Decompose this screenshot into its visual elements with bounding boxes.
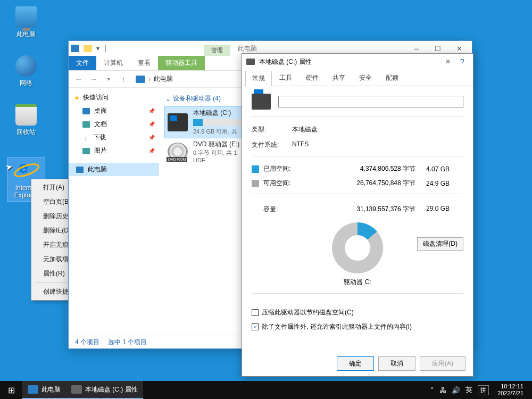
ime-lang[interactable]: 英	[466, 385, 472, 395]
cap-bytes: 31,139,557,376 字节	[302, 205, 426, 214]
tab-security[interactable]: 安全	[353, 71, 378, 86]
drive-letter: 驱动器 C:	[252, 278, 463, 287]
cap-human: 29.0 GB	[426, 205, 463, 214]
sidebar-item-this-pc[interactable]: 此电脑	[69, 163, 159, 176]
pictures-icon	[82, 148, 90, 154]
title-icons: ▾ │	[71, 45, 108, 52]
status-count: 4 个项目	[75, 338, 99, 347]
tab-view[interactable]: 查看	[130, 56, 158, 70]
star-icon: ★	[74, 94, 80, 102]
index-label: 除了文件属性外, 还允许索引此驱动器上文件的内容(I)	[262, 322, 412, 331]
used-human: 4.07 GB	[426, 165, 463, 173]
tab-general[interactable]: 常规	[245, 71, 272, 86]
folder-icon	[84, 45, 92, 52]
dvd-icon	[168, 143, 188, 161]
tab-hardware[interactable]: 硬件	[300, 71, 325, 86]
history-button[interactable]: ▾	[103, 73, 114, 85]
desktop-icon-this-pc[interactable]: 此电脑	[7, 6, 45, 39]
monitor-icon	[15, 6, 37, 28]
clock[interactable]: 10:12:11 2022/7/21	[494, 383, 527, 397]
icon-label: 网络	[7, 79, 45, 88]
help-button[interactable]: ?	[456, 57, 469, 66]
drive-label-input[interactable]	[278, 96, 463, 107]
compress-checkbox-row[interactable]: 压缩此驱动器以节约磁盘空间(C)	[252, 305, 463, 320]
system-tray: ˄ 🖧 🔊 英 拼 10:12:11 2022/7/21	[425, 381, 532, 399]
used-label: 已用空间:	[263, 164, 302, 173]
used-swatch	[252, 165, 259, 173]
pin-icon: 📌	[148, 135, 155, 140]
dialog-buttons: 确定 取消 应用(A)	[242, 351, 473, 376]
desktop-icon-recycle-bin[interactable]: 回收站	[7, 104, 45, 137]
free-bytes: 26,764,750,848 字节	[302, 179, 426, 188]
free-label: 可用空间:	[263, 179, 302, 188]
time: 10:12:11	[501, 383, 523, 390]
fs-label: 文件系统:	[252, 140, 292, 149]
back-button[interactable]: ←	[73, 73, 85, 85]
used-bytes: 4,374,806,528 字节	[302, 164, 426, 173]
tab-tools[interactable]: 工具	[273, 71, 298, 86]
props-tabs: 常规 工具 硬件 共享 安全 配额	[242, 70, 473, 86]
sidebar-item-documents[interactable]: 文档📌	[69, 118, 159, 131]
sidebar-item-downloads[interactable]: ↓下载📌	[69, 131, 159, 144]
ribbon-context-label: 管理	[204, 45, 230, 56]
breadcrumb: 此电脑	[154, 74, 173, 84]
ime-mode[interactable]: 拼	[478, 385, 489, 395]
properties-dialog: 本地磁盘 (C:) 属性 ✕ ? 常规 工具 硬件 共享 安全 配额 类型:本地…	[242, 53, 473, 377]
cap-label: 容量:	[263, 205, 302, 214]
network-icon[interactable]: 🖧	[439, 386, 446, 394]
disk-cleanup-button[interactable]: 磁盘清理(D)	[417, 237, 463, 251]
pc-icon	[71, 45, 79, 52]
tab-computer[interactable]: 计算机	[96, 56, 130, 70]
fs-value: NTFS	[292, 140, 463, 149]
pin-icon: 📌	[148, 108, 155, 114]
type-value: 本地磁盘	[292, 125, 463, 134]
compress-label: 压缩此驱动器以节约磁盘空间(C)	[262, 308, 354, 317]
ie-icon	[15, 160, 37, 181]
free-swatch	[252, 180, 259, 187]
desktop-icon-network[interactable]: 网络	[7, 55, 45, 88]
sidebar-item-pictures[interactable]: 图片📌	[69, 144, 159, 157]
recycle-bin-icon	[15, 104, 37, 126]
props-body: 类型:本地磁盘 文件系统:NTFS 已用空间: 4,374,806,528 字节…	[242, 86, 473, 351]
apply-button[interactable]: 应用(A)	[420, 356, 466, 371]
task-this-pc[interactable]: 此电脑	[22, 381, 66, 399]
tab-sharing[interactable]: 共享	[326, 71, 352, 86]
globe-icon	[15, 55, 37, 77]
download-icon: ↓	[82, 134, 89, 142]
start-button[interactable]: ⊞	[0, 381, 22, 399]
props-titlebar[interactable]: 本地磁盘 (C:) 属性 ✕ ?	[242, 54, 473, 70]
drive-icon	[246, 59, 255, 65]
tab-drive-tools[interactable]: 驱动器工具	[158, 56, 205, 70]
taskbar: ⊞ 此电脑 本地磁盘 (C:) 属性 ˄ 🖧 🔊 英 拼 10:12:11 20…	[0, 381, 532, 399]
usage-donut	[332, 222, 383, 273]
volume-icon[interactable]: 🔊	[452, 386, 460, 394]
sidebar: ★快速访问 桌面📌 文档📌 ↓下载📌 图片📌 此电脑	[69, 88, 159, 336]
type-label: 类型:	[252, 125, 292, 134]
index-checkbox-row[interactable]: ✓ 除了文件属性外, 还允许索引此驱动器上文件的内容(I)	[252, 320, 463, 334]
pin-icon: 📌	[148, 121, 155, 127]
sidebar-quick-access[interactable]: ★快速访问	[69, 91, 159, 104]
props-title: 本地磁盘 (C:) 属性	[259, 57, 312, 66]
tray-chevron-icon[interactable]: ˄	[430, 386, 434, 394]
pc-icon	[136, 76, 145, 83]
status-selection: 选中 1 个项目	[108, 338, 147, 347]
cancel-button[interactable]: 取消	[378, 356, 415, 371]
task-properties[interactable]: 本地磁盘 (C:) 属性	[66, 381, 143, 399]
pc-icon	[28, 385, 38, 394]
sidebar-item-desktop[interactable]: 桌面📌	[69, 104, 159, 118]
desktop-icon	[82, 108, 90, 114]
ok-button[interactable]: 确定	[337, 356, 374, 371]
close-button[interactable]: ✕	[440, 58, 456, 65]
up-button[interactable]: ↑	[118, 73, 129, 85]
drive-big-icon	[252, 94, 271, 110]
forward-button[interactable]: →	[88, 73, 99, 85]
pc-icon	[76, 167, 84, 173]
tab-file[interactable]: 文件	[69, 56, 96, 70]
tab-quota[interactable]: 配额	[379, 71, 405, 86]
drive-icon	[71, 385, 82, 394]
date: 2022/7/21	[497, 390, 523, 397]
icon-label: 回收站	[7, 128, 45, 137]
documents-icon	[82, 121, 90, 128]
pin-icon: 📌	[148, 148, 155, 154]
icon-label: 此电脑	[7, 30, 45, 39]
